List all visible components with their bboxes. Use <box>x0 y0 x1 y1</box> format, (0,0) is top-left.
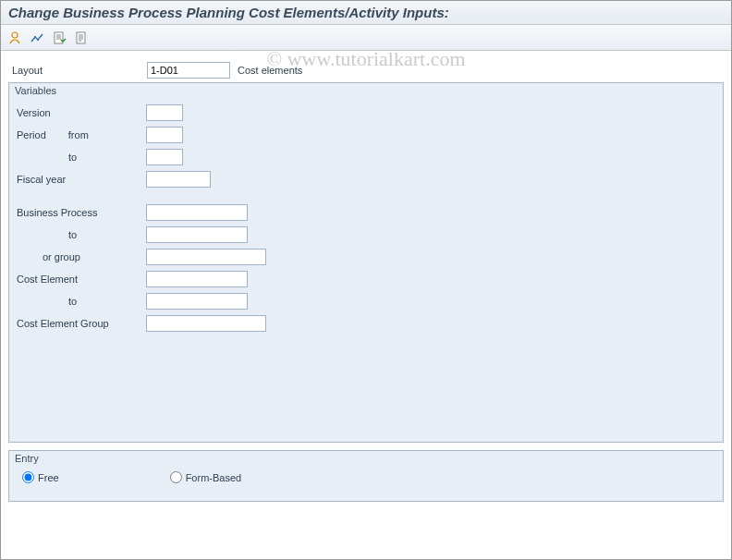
period-from-input[interactable] <box>146 127 183 143</box>
version-input[interactable] <box>146 104 183 121</box>
overview-icon[interactable] <box>29 30 45 46</box>
entry-group: Entry Free Form-Based <box>8 450 724 502</box>
business-process-input[interactable] <box>146 204 248 221</box>
variables-group: Variables Version Period from to Fiscal … <box>8 82 724 443</box>
entry-free-radio[interactable]: Free <box>22 471 59 483</box>
radio-free[interactable] <box>22 471 34 483</box>
cost-element-to-row: to <box>17 290 715 312</box>
fiscal-year-row: Fiscal year <box>17 168 715 190</box>
cost-element-to-input[interactable] <box>146 293 248 310</box>
save-file-icon[interactable] <box>51 30 67 46</box>
period-to-row: to <box>17 146 715 168</box>
period-from-label: Period from <box>17 129 146 140</box>
business-process-row: Business Process <box>17 201 715 224</box>
svg-rect-3 <box>55 32 63 43</box>
layout-input[interactable] <box>147 62 230 79</box>
business-process-to-row: to <box>17 224 715 246</box>
entry-form-radio[interactable]: Form-Based <box>170 471 242 483</box>
variables-title: Variables <box>9 83 723 96</box>
user-icon[interactable] <box>6 30 23 46</box>
window-title: Change Business Process Planning Cost El… <box>1 1 731 25</box>
period-to-label: to <box>17 152 77 163</box>
version-label: Version <box>17 107 146 118</box>
layout-row: Layout Cost elements <box>8 62 724 79</box>
toolbar <box>1 25 731 51</box>
business-process-group-input[interactable] <box>146 249 266 265</box>
or-group-label: or group <box>17 251 80 262</box>
radio-form[interactable] <box>170 471 182 483</box>
fiscal-year-input[interactable] <box>146 171 211 188</box>
fiscal-year-label: Fiscal year <box>17 174 146 185</box>
cost-element-label: Cost Element <box>17 274 146 285</box>
period-from-row: Period from <box>17 124 715 146</box>
entry-title: Entry <box>9 451 723 464</box>
ce-to-label: to <box>17 296 77 307</box>
layout-label: Layout <box>8 65 147 76</box>
cost-element-input[interactable] <box>146 271 248 287</box>
cost-element-group-row: Cost Element Group <box>17 312 715 335</box>
content-area: Layout Cost elements Variables Version P… <box>1 51 731 509</box>
svg-point-2 <box>37 39 39 41</box>
cost-element-group-input[interactable] <box>146 315 266 332</box>
business-process-to-input[interactable] <box>146 226 248 243</box>
cost-element-group-label: Cost Element Group <box>17 318 146 329</box>
bp-to-label: to <box>17 229 77 240</box>
svg-point-1 <box>34 36 36 38</box>
business-process-group-row: or group <box>17 246 715 268</box>
entry-free-label: Free <box>38 472 59 483</box>
cost-element-row: Cost Element <box>17 268 715 290</box>
svg-point-0 <box>12 32 18 38</box>
title-text: Change Business Process Planning Cost El… <box>8 5 449 20</box>
layout-desc: Cost elements <box>238 65 302 76</box>
business-process-label: Business Process <box>17 207 146 218</box>
period-to-input[interactable] <box>146 149 183 165</box>
svg-rect-4 <box>77 32 85 43</box>
entry-form-label: Form-Based <box>186 472 242 483</box>
version-row: Version <box>17 102 715 124</box>
file-icon[interactable] <box>73 30 90 46</box>
